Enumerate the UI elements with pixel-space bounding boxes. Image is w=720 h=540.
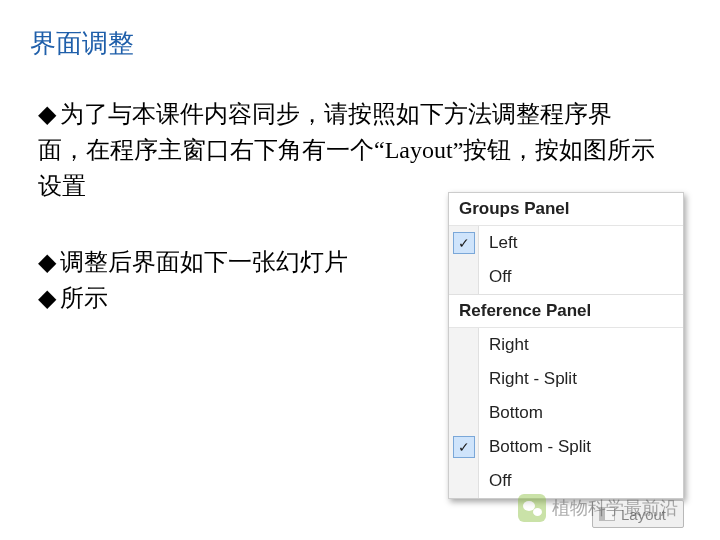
slide-title: 界面调整 — [30, 26, 134, 61]
menu-item-label: Bottom — [479, 396, 683, 430]
menu-header-reference: Reference Panel — [449, 294, 683, 328]
menu-item-label: Off — [479, 260, 683, 294]
menu-item-label: Bottom - Split — [479, 430, 683, 464]
check-icon: ✓ — [453, 232, 475, 254]
menu-item-label: Right — [479, 328, 683, 362]
menu-item-bottom-split[interactable]: ✓ Bottom - Split — [449, 430, 683, 464]
watermark-text: 植物科学最前沿 — [552, 496, 678, 520]
bullet-text: 为了与本课件内容同步，请按照如下方法调整程序界面，在程序主窗口右下角有一个“La… — [38, 101, 655, 199]
bullet-item: ◆为了与本课件内容同步，请按照如下方法调整程序界面，在程序主窗口右下角有一个“L… — [38, 96, 658, 204]
bullet-text: 调整后界面如下一张幻灯片 — [60, 249, 348, 275]
layout-menu: Groups Panel ✓ Left Off Reference Panel … — [448, 192, 684, 499]
watermark: 植物科学最前沿 — [518, 494, 678, 522]
menu-item-off[interactable]: Off — [449, 260, 683, 294]
menu-item-label: Right - Split — [479, 362, 683, 396]
menu-item-label: Off — [479, 464, 683, 498]
menu-item-right[interactable]: Right — [449, 328, 683, 362]
bullet-text: 所示 — [60, 285, 108, 311]
menu-item-label: Left — [479, 226, 683, 260]
menu-item-ref-off[interactable]: Off — [449, 464, 683, 498]
check-icon: ✓ — [453, 436, 475, 458]
diamond-icon: ◆ — [38, 96, 56, 132]
menu-item-left[interactable]: ✓ Left — [449, 226, 683, 260]
menu-item-right-split[interactable]: Right - Split — [449, 362, 683, 396]
menu-item-bottom[interactable]: Bottom — [449, 396, 683, 430]
menu-header-groups: Groups Panel — [449, 193, 683, 226]
diamond-icon: ◆ — [38, 280, 56, 316]
wechat-icon — [518, 494, 546, 522]
diamond-icon: ◆ — [38, 244, 56, 280]
